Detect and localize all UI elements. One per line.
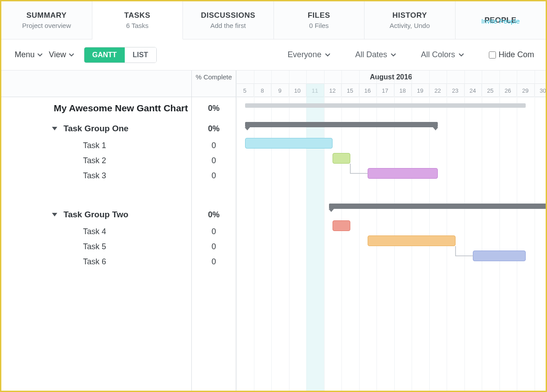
chevron-down-icon	[325, 53, 330, 57]
filter-people[interactable]: Everyone	[288, 50, 330, 59]
group-name: Task Group Two	[63, 210, 128, 220]
list-mode-button[interactable]: LIST	[125, 47, 156, 63]
task-row[interactable]: Task 6	[1, 254, 191, 269]
day-header: 25	[482, 84, 499, 97]
day-header: 23	[447, 84, 464, 97]
nav-tab-discussions[interactable]: DISCUSSIONS Add the first	[183, 1, 274, 39]
view-mode-segment: GANTT LIST	[84, 47, 157, 63]
task-bar[interactable]	[368, 235, 456, 246]
chevron-down-icon	[69, 53, 74, 57]
nav-title: TASKS	[124, 11, 151, 20]
today-highlight	[306, 84, 324, 391]
task-bar[interactable]	[333, 153, 350, 164]
view-button[interactable]: View	[49, 50, 74, 59]
filter-label: All Dates	[355, 50, 387, 59]
task-bar[interactable]	[473, 251, 526, 261]
task-pct: 0	[192, 138, 236, 153]
nav-subtitle: Project overview	[22, 22, 71, 29]
task-bar[interactable]	[368, 168, 438, 179]
day-header: 22	[429, 84, 447, 97]
group-row[interactable]: Task Group Two	[1, 205, 191, 224]
timeline-panel[interactable]: August 2016 5891011121516171819222324252…	[236, 71, 546, 391]
group-bar[interactable]	[329, 204, 546, 209]
menu-button[interactable]: Menu	[15, 50, 43, 59]
filter-colors[interactable]: All Colors	[421, 50, 464, 59]
day-header: 24	[464, 84, 482, 97]
task-bar[interactable]	[245, 138, 333, 149]
nav-title: HISTORY	[392, 11, 427, 20]
chevron-down-icon	[459, 53, 464, 57]
nav-title: FILES	[308, 11, 330, 20]
group-pct: 0%	[192, 205, 236, 224]
nav-subtitle: Activity, Undo	[389, 22, 430, 29]
filter-label: All Colors	[421, 50, 455, 59]
filter-dates[interactable]: All Dates	[355, 50, 396, 59]
day-header: 18	[394, 84, 412, 97]
day-header: 17	[377, 84, 394, 97]
task-row[interactable]: Task 1	[1, 138, 191, 153]
project-title[interactable]: My Awesome New Gantt Chart	[1, 97, 191, 119]
hide-completed-label: Hide Com	[499, 50, 534, 59]
timeline-canvas[interactable]	[236, 97, 546, 391]
day-header: 16	[359, 84, 377, 97]
task-pct: 0	[192, 239, 236, 254]
nav-tab-history[interactable]: HISTORY Activity, Undo	[365, 1, 456, 39]
day-header: 19	[412, 84, 429, 97]
hide-completed-checkbox[interactable]	[489, 51, 496, 59]
hide-completed-toggle[interactable]: Hide Com	[489, 50, 534, 59]
toolbar: Menu View GANTT LIST Everyone All Dates …	[1, 39, 546, 71]
group-pct: 0%	[192, 119, 236, 138]
day-header: 29	[517, 84, 535, 97]
gantt-mode-button[interactable]: GANTT	[84, 47, 125, 63]
nav-title: SUMMARY	[26, 11, 67, 20]
project-overview-bar[interactable]	[245, 103, 526, 108]
task-row[interactable]: Task 5	[1, 239, 191, 254]
collapse-icon[interactable]	[52, 213, 57, 216]
percent-column-header: % Complete	[192, 71, 236, 97]
day-header: 10	[289, 84, 307, 97]
day-header: 5	[236, 84, 254, 97]
task-pct: 0	[192, 224, 236, 239]
percent-complete-column: % Complete 0% 0% 0 0 0 0% 0 0 0	[192, 71, 236, 391]
nav-tab-people[interactable]: PEOPLE Invite People	[456, 1, 546, 39]
task-name-column: My Awesome New Gantt Chart Task Group On…	[1, 71, 192, 391]
task-row[interactable]: Task 3	[1, 168, 191, 183]
view-label: View	[49, 50, 66, 59]
group-row[interactable]: Task Group One	[1, 119, 191, 138]
group-bar[interactable]	[245, 122, 438, 127]
name-column-header	[1, 71, 191, 97]
chevron-down-icon	[391, 53, 396, 57]
nav-subtitle: Add the first	[210, 22, 246, 29]
nav-subtitle: 0 Files	[309, 22, 329, 29]
day-header: 9	[271, 84, 289, 97]
nav-tab-tasks[interactable]: TASKS 6 Tasks	[92, 1, 183, 39]
dependency-link	[455, 245, 474, 257]
menu-label: Menu	[15, 50, 35, 59]
nav-subtitle[interactable]: Invite People	[481, 17, 520, 25]
day-header: 12	[324, 84, 342, 97]
day-header: 30	[535, 84, 546, 97]
task-pct: 0	[192, 153, 236, 168]
nav-tab-summary[interactable]: SUMMARY Project overview	[1, 1, 92, 39]
day-header: 26	[499, 84, 517, 97]
task-row[interactable]: Task 2	[1, 153, 191, 168]
nav-title: DISCUSSIONS	[201, 11, 255, 20]
dependency-link	[349, 163, 369, 174]
top-nav: SUMMARY Project overview TASKS 6 Tasks D…	[1, 1, 546, 39]
task-row[interactable]: Task 4	[1, 224, 191, 239]
chevron-down-icon	[37, 53, 43, 57]
nav-tab-files[interactable]: FILES 0 Files	[274, 1, 365, 39]
task-pct: 0	[192, 254, 236, 269]
gantt-grid: My Awesome New Gantt Chart Task Group On…	[1, 71, 546, 391]
day-header: 15	[341, 84, 359, 97]
collapse-icon[interactable]	[52, 127, 57, 130]
project-pct: 0%	[192, 97, 236, 119]
task-pct: 0	[192, 168, 236, 183]
filter-label: Everyone	[288, 50, 321, 59]
task-bar[interactable]	[333, 220, 350, 231]
day-header: 8	[254, 84, 272, 97]
nav-subtitle: 6 Tasks	[126, 22, 149, 29]
group-name: Task Group One	[63, 124, 128, 133]
